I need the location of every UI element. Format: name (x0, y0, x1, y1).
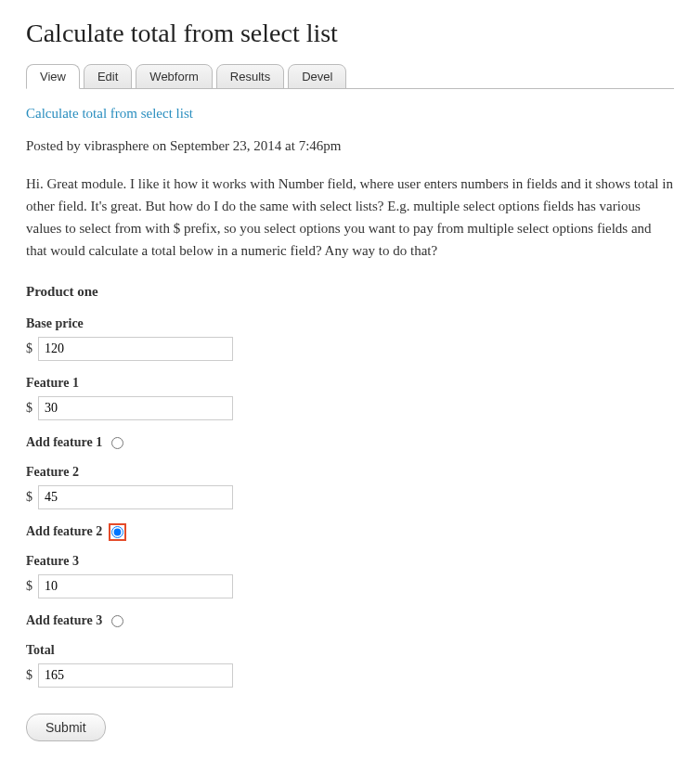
currency-prefix: $ (26, 341, 32, 356)
post-body: Hi. Great module. I like it how it works… (26, 173, 674, 262)
section-heading: Product one (26, 284, 674, 300)
feature3-input[interactable] (38, 574, 233, 598)
node-title-link[interactable]: Calculate total from select list (26, 106, 674, 122)
page-title: Calculate total from select list (26, 19, 674, 48)
add-feature3-label: Add feature 3 (26, 613, 102, 628)
add-feature2-label: Add feature 2 (26, 524, 102, 539)
feature1-label: Feature 1 (26, 376, 674, 391)
add-feature1-radio[interactable] (111, 437, 123, 449)
tabs-bar: View Edit Webform Results Devel (26, 63, 674, 89)
total-label: Total (26, 643, 674, 658)
tab-results[interactable]: Results (216, 64, 284, 89)
feature2-label: Feature 2 (26, 465, 674, 480)
add-feature1-label: Add feature 1 (26, 435, 102, 450)
add-feature2-radio[interactable] (111, 526, 123, 538)
add-feature3-radio[interactable] (111, 615, 123, 627)
submit-button[interactable]: Submit (26, 714, 106, 741)
currency-prefix: $ (26, 668, 32, 683)
post-meta: Posted by vibrasphere on September 23, 2… (26, 138, 674, 154)
base-price-label: Base price (26, 316, 674, 331)
tab-edit[interactable]: Edit (84, 64, 132, 89)
feature2-input[interactable] (38, 485, 233, 509)
tab-view[interactable]: View (26, 64, 80, 89)
feature1-input[interactable] (38, 396, 233, 420)
currency-prefix: $ (26, 579, 32, 594)
tab-webform[interactable]: Webform (136, 64, 213, 89)
currency-prefix: $ (26, 401, 32, 416)
base-price-input[interactable] (38, 337, 233, 361)
total-input[interactable] (38, 663, 233, 688)
currency-prefix: $ (26, 490, 32, 505)
tab-devel[interactable]: Devel (288, 64, 346, 89)
feature3-label: Feature 3 (26, 554, 674, 569)
